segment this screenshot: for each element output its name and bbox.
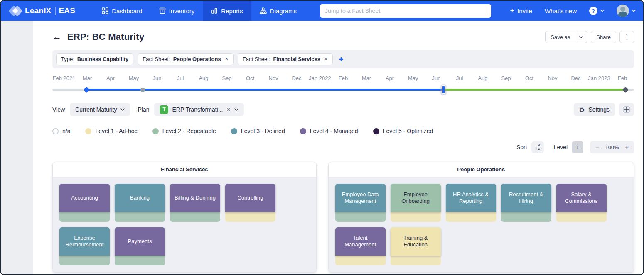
fact-sheet-search-input[interactable]	[320, 4, 491, 18]
save-as-caret-button[interactable]	[575, 31, 587, 43]
tile-planned-level	[115, 212, 165, 222]
zoom-value: 100%	[605, 144, 619, 151]
timeline: Feb 2021MarAprMayJunJulAugSepOctNovDecJa…	[52, 75, 634, 95]
capability-tile[interactable]: Billing & Dunning	[170, 184, 220, 222]
help-button[interactable]: ?	[589, 7, 604, 15]
brand-name: LeanIX	[25, 6, 52, 15]
timeline-month-label: Sep	[494, 75, 518, 81]
capability-tile[interactable]: Salary & Commissions	[556, 184, 607, 222]
share-button[interactable]: Share	[591, 31, 616, 43]
left-sidebar	[1, 21, 33, 274]
timeline-month-label: Feb	[332, 75, 355, 81]
capability-tile[interactable]: Controlling	[225, 184, 275, 222]
help-icon: ?	[589, 7, 597, 15]
nav-item-label: Reports	[221, 7, 243, 15]
capability-tile[interactable]: Expense Reimbursement	[59, 227, 110, 265]
capability-tile[interactable]: Employee Data Management	[335, 184, 386, 222]
capability-tile[interactable]: Talent Management	[335, 227, 386, 265]
tile-planned-level	[59, 256, 110, 265]
timeline-month-label: Jun	[145, 75, 169, 81]
chevron-down-icon	[234, 108, 238, 111]
capability-tile[interactable]: Payments	[115, 227, 165, 265]
filter-chip-fact-sheet-people-operations[interactable]: Fact Sheet: People Operations ✕	[138, 53, 234, 65]
inventory-icon	[159, 7, 166, 14]
invite-button[interactable]: + Invite	[510, 7, 532, 15]
timeline-month-label: Feb 2021	[52, 75, 76, 81]
kebab-icon: ⋮	[624, 33, 630, 41]
legend-swatch-level5	[373, 128, 379, 134]
remove-filter-icon[interactable]: ✕	[323, 57, 328, 61]
tile-current-level: Banking	[115, 184, 165, 212]
back-button[interactable]: ←	[52, 32, 61, 41]
card-body: AccountingBankingBilling & DunningContro…	[53, 177, 316, 272]
save-as-button[interactable]: Save as	[545, 31, 575, 43]
more-options-button[interactable]: ⋮	[619, 31, 634, 43]
nav-item-dashboard[interactable]: Dashboard	[93, 1, 150, 21]
tile-current-level: Accounting	[59, 184, 110, 212]
brand-divider	[55, 7, 56, 15]
current-date-handle[interactable]	[442, 85, 445, 94]
timeline-month-label: Feb	[611, 75, 634, 81]
legend-label: Level 5 - Optimized	[383, 128, 433, 134]
progress-dot-marker	[140, 88, 145, 92]
track-segment-past	[52, 89, 87, 91]
timeline-month-label: Apr	[99, 75, 122, 81]
zoom-out-button[interactable]: −	[595, 144, 599, 151]
tile-planned-level	[446, 212, 496, 222]
plan-end-marker[interactable]	[622, 87, 629, 93]
nav-item-inventory[interactable]: Inventory	[151, 1, 203, 21]
main-menu: Dashboard Inventory Reports Diagrams	[93, 1, 305, 21]
capability-tile[interactable]: Accounting	[59, 184, 110, 222]
chevron-down-icon	[632, 10, 636, 12]
nav-item-diagrams[interactable]: Diagrams	[251, 1, 305, 21]
capability-tile[interactable]: Recruitment & Hiring	[501, 184, 551, 222]
tile-current-level: Controlling	[225, 184, 275, 212]
remove-plan-icon[interactable]: ✕	[226, 107, 230, 112]
nav-right-group: + Invite What's new ?	[510, 5, 636, 17]
capability-tile[interactable]: HR Analytics & Reporting	[446, 184, 496, 222]
nav-item-reports[interactable]: Reports	[203, 1, 251, 21]
tile-planned-level	[335, 256, 386, 265]
settings-button[interactable]: ⚙ Settings	[574, 103, 615, 116]
nav-item-label: Inventory	[169, 7, 195, 15]
whats-new-button[interactable]: What's new	[545, 7, 577, 15]
capability-tile[interactable]: Employee Onboarding	[391, 184, 441, 222]
view-value: Current Maturity	[75, 106, 117, 113]
add-filter-button[interactable]: +	[337, 55, 345, 63]
filter-chip-fact-sheet-financial-services[interactable]: Fact Sheet: Financial Services ✕	[238, 53, 333, 65]
leanix-brand[interactable]: LeanIX EAS	[10, 5, 75, 16]
tile-planned-level	[335, 212, 386, 222]
timeline-slider[interactable]	[52, 85, 634, 95]
avatar	[617, 5, 629, 17]
diagrams-icon	[260, 7, 267, 14]
capability-tile[interactable]: Training & Education	[391, 227, 441, 265]
header-actions: Save as Share ⋮	[545, 31, 634, 43]
table-view-button[interactable]	[619, 103, 634, 116]
plan-start-marker[interactable]	[83, 87, 90, 93]
nav-item-label: Dashboard	[112, 7, 142, 15]
plan-select[interactable]: T ERP Transformati... ✕	[154, 103, 243, 116]
user-menu-button[interactable]	[617, 5, 636, 17]
legend-item: Level 1 - Ad-hoc	[85, 128, 137, 134]
remove-filter-icon[interactable]: ✕	[224, 57, 229, 61]
tile-current-level: Billing & Dunning	[170, 184, 220, 212]
invite-label: Invite	[517, 7, 532, 15]
plus-icon: +	[510, 7, 515, 15]
legend-swatch-level4	[300, 128, 306, 134]
capability-card: Financial ServicesAccountingBankingBilli…	[52, 162, 317, 273]
legend-swatch-na	[52, 128, 59, 134]
capability-tile[interactable]: Banking	[115, 184, 165, 222]
tile-planned-level	[59, 212, 110, 222]
sort-button[interactable]: ↓ AZ	[531, 141, 544, 153]
filter-chip-type[interactable]: Type: Business Capability	[56, 53, 133, 65]
tile-current-level: Employee Data Management	[335, 184, 386, 212]
timeline-month-label: Jul	[169, 75, 192, 81]
view-select[interactable]: Current Maturity	[70, 103, 130, 116]
transformation-badge-icon: T	[160, 105, 168, 114]
timeline-months: Feb 2021MarAprMayJunJulAugSepOctNovDecJa…	[52, 75, 634, 81]
level-value-button[interactable]: 1	[572, 141, 583, 153]
zoom-in-button[interactable]: +	[625, 144, 629, 151]
legend-swatch-level1	[85, 128, 91, 134]
settings-label: Settings	[588, 106, 610, 113]
legend-item: n/a	[52, 128, 70, 134]
